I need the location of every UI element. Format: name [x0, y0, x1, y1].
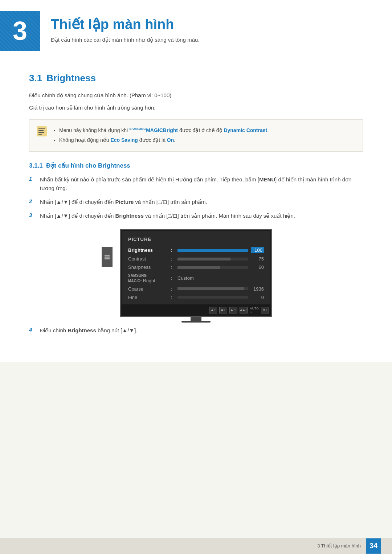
footer-text: 3 Thiết lập màn hình — [317, 543, 361, 549]
step-2-text: Nhấn [▲/▼] để di chuyển đến Picture và n… — [40, 198, 207, 206]
osd-toolbar: ◄▼ ■▼ ►▼ ◄►▼ AUTO▼ ⚙▼ — [122, 304, 270, 315]
step-4: 4 Điều chỉnh Brightness bằng nút [▲/▼]. — [29, 326, 363, 335]
chapter-title: Thiết lập màn hình — [51, 16, 200, 32]
footer-page-number: 34 — [366, 538, 381, 554]
osd-bar-brightness — [177, 249, 248, 252]
osd-bar-sharpness — [177, 266, 248, 269]
step-1-number: 1 — [29, 176, 36, 182]
osd-fill-brightness — [177, 249, 248, 252]
monitor-frame: PICTURE Brightness : 100 — [120, 229, 272, 317]
chapter-subtitle: Đặt cấu hình các cài đặt màn hình như độ… — [51, 37, 200, 43]
osd-bar-fine — [177, 296, 248, 299]
section-number: 3.1 — [29, 73, 42, 84]
step-1: 1 Nhấn bất kỳ nút nào ở phía trước sản p… — [29, 175, 363, 193]
osd-label-fine: Fine — [128, 295, 168, 300]
svg-rect-1 — [38, 128, 45, 129]
osd-fill-coarse — [177, 287, 244, 290]
osd-row-sharpness: Sharpness : 60 — [128, 263, 264, 271]
osd-title: PICTURE — [128, 237, 264, 242]
monitor-image: PICTURE Brightness : 100 — [29, 229, 363, 323]
osd-bar-coarse — [177, 287, 248, 290]
svg-rect-4 — [38, 134, 42, 135]
section-title: Brightness — [46, 73, 96, 84]
svg-rect-5 — [105, 255, 110, 256]
osd-btn-enter: ◄►▼ — [240, 307, 248, 313]
note-content: Menu này không khả dụng khi SAMSUNGMAGIC… — [53, 125, 269, 146]
osd-value-sharpness: 60 — [251, 264, 264, 270]
osd-label-magic-bright: SAMSUNG MAGICˢ Bright — [128, 273, 168, 283]
step-3-number: 3 — [29, 212, 36, 218]
osd-value-fine: 0 — [251, 295, 264, 300]
subsection-title: 3.1.1 Đặt cấu hình cho Brightness — [29, 162, 363, 169]
page-footer: 3 Thiết lập màn hình 34 — [0, 538, 392, 554]
osd-btn-plus: ►▼ — [229, 307, 237, 313]
monitor-side-icon — [102, 247, 113, 267]
osd-label-contrast: Contrast — [128, 256, 168, 262]
desc1: Điều chỉnh độ sáng chung của hình ảnh. (… — [29, 91, 363, 100]
osd-label-brightness: Brightness — [128, 247, 168, 253]
monitor-screen: PICTURE Brightness : 100 — [122, 231, 270, 304]
svg-rect-0 — [37, 126, 47, 136]
osd-btn-auto-label: AUTO▼ — [250, 307, 259, 314]
osd-btn-settings: ⚙▼ — [261, 307, 269, 313]
osd-row-coarse: Coarse : 1936 — [128, 285, 264, 293]
monitor-neck — [191, 317, 201, 321]
osd-value-contrast: 75 — [251, 256, 264, 262]
osd-label-coarse: Coarse — [128, 286, 168, 292]
osd-menu: Brightness : 100 Contrast : — [128, 246, 264, 301]
osd-row-magic-bright: SAMSUNG MAGICˢ Bright : Custom — [128, 271, 264, 285]
osd-btn-left: ◄▼ — [209, 307, 217, 313]
monitor-base — [181, 321, 211, 323]
svg-rect-2 — [38, 130, 44, 131]
osd-value-coarse: 1936 — [251, 286, 264, 292]
step-3-text: Nhấn [▲/▼] để di chuyển đến Brightness v… — [40, 212, 295, 220]
osd-value-brightness: 100 — [251, 247, 264, 253]
osd-bar-contrast — [177, 258, 248, 260]
steps-list: 1 Nhấn bất kỳ nút nào ở phía trước sản p… — [29, 175, 363, 335]
osd-row-brightness: Brightness : 100 — [128, 246, 264, 255]
step-3: 3 Nhấn [▲/▼] để di chuyển đến Brightness… — [29, 212, 363, 220]
monitor-stand — [181, 317, 211, 323]
chapter-number: 3 — [13, 16, 27, 46]
osd-fill-sharpness — [177, 266, 220, 269]
step-2-number: 2 — [29, 198, 36, 204]
osd-fill-contrast — [177, 258, 230, 260]
svg-rect-6 — [105, 257, 110, 258]
desc2: Giá trị cao hơn sẽ làm cho hình ảnh trôn… — [29, 103, 363, 112]
osd-value-magic-bright: Custom — [177, 275, 194, 281]
step-4-text: Điều chỉnh Brightness bằng nút [▲/▼]. — [40, 326, 137, 335]
step-1-text: Nhấn bất kỳ nút nào ở phía trước sản phẩ… — [40, 175, 363, 193]
osd-row-fine: Fine : 0 — [128, 293, 264, 301]
note-box: Menu này không khả dụng khi SAMSUNGMAGIC… — [29, 119, 363, 152]
step-2: 2 Nhấn [▲/▼] để di chuyển đến Picture và… — [29, 198, 363, 206]
note-icon — [36, 126, 48, 137]
osd-label-sharpness: Sharpness — [128, 264, 168, 270]
step-4-number: 4 — [29, 327, 36, 333]
svg-rect-7 — [105, 258, 110, 259]
osd-btn-minus: ■▼ — [219, 307, 227, 313]
svg-rect-3 — [38, 132, 44, 133]
osd-row-contrast: Contrast : 75 — [128, 255, 264, 263]
